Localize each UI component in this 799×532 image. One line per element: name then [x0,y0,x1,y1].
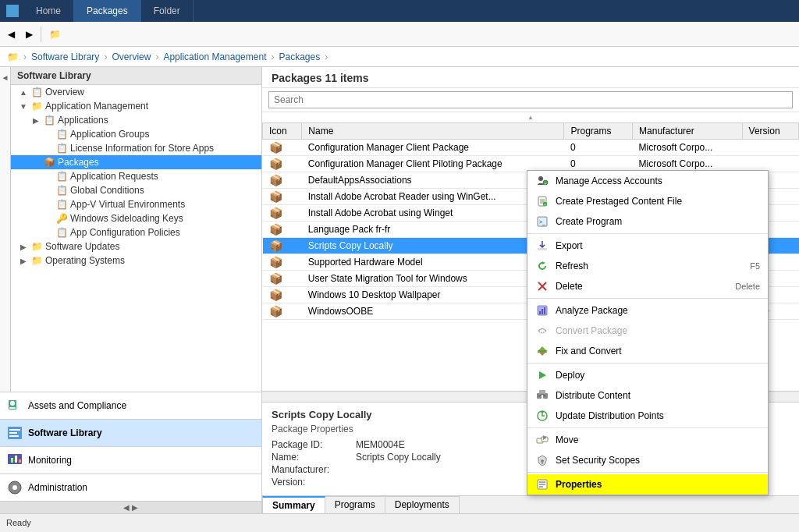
table-row[interactable]: 📦 Configuration Manager Client Package 0… [263,140,799,156]
convert-icon [535,324,549,338]
breadcrumb-software-library[interactable]: Software Library [31,51,99,62]
context-menu-item-create-prestaged[interactable]: +Create Prestaged Content File [527,191,768,211]
context-menu-item-distribute[interactable]: Distribute Content [527,385,768,406]
tab-home[interactable]: Home [23,0,74,22]
tree-item-software-updates[interactable]: ▶ 📁 Software Updates [11,239,261,254]
context-menu-item-deploy[interactable]: Deploy [527,365,768,385]
col-manufacturer[interactable]: Manufacturer [633,123,743,140]
breadcrumb-app-management[interactable]: Application Management [163,51,266,62]
create-program-icon: >_ [535,215,549,229]
deploy-icon [535,368,549,382]
svg-rect-30 [542,309,543,314]
tree-label-packages: Packages [58,157,99,168]
context-menu-item-move[interactable]: Move [527,430,768,450]
tab-packages[interactable]: Packages [74,0,141,22]
breadcrumb-overview[interactable]: Overview [112,51,151,62]
nav-monitoring[interactable]: Monitoring [0,447,261,473]
svg-rect-29 [539,311,541,314]
detail-prop-label: Name: [272,452,350,463]
tab-folder[interactable]: Folder [141,0,194,22]
col-version[interactable]: Version [742,123,798,140]
svg-point-1 [10,401,15,406]
context-menu-item-create-program[interactable]: >_Create Program [527,211,768,232]
fix-convert-icon [535,344,549,358]
tree-item-operating-systems[interactable]: ▶ 📁 Operating Systems [11,254,261,268]
nav-software-library-label: Software Library [28,427,102,438]
cell-name: Install Adobe Acrobat using Winget [302,205,564,222]
forward-button[interactable]: ▶ [21,26,37,43]
nav-administration[interactable]: Administration [0,474,261,501]
svg-point-12 [12,485,17,490]
context-menu-label-fix-convert: Fix and Convert [556,346,622,356]
collapse-button[interactable]: ◄ [0,67,11,392]
tab-deployments[interactable]: Deployments [385,496,460,513]
context-menu-item-delete[interactable]: DeleteDelete [527,276,768,296]
address-sep-4: › [271,51,274,62]
tab-summary[interactable]: Summary [262,496,325,513]
cell-manufacturer: Microsoft Corpo... [633,140,743,156]
col-icon[interactable]: Icon [263,123,302,140]
tree-item-applications[interactable]: ▶ 📋 Applications [11,113,261,127]
tree-label-global: Global Conditions [70,185,144,196]
cell-icon: 📦 [263,254,302,271]
context-menu-item-security-scopes[interactable]: Set Security Scopes [527,450,768,470]
context-menu-item-manage-access[interactable]: +Manage Access Accounts [527,171,768,191]
address-folder-icon: 📁 [6,51,19,63]
cell-name: Supported Hardware Model [302,254,564,271]
nav-software-library[interactable]: Software Library [0,420,261,446]
title-bar: Home Packages Folder [0,0,799,22]
col-name[interactable]: Name [302,123,564,140]
breadcrumb-packages[interactable]: Packages [279,51,320,62]
tree-item-license-info[interactable]: 📋 License Information for Store Apps [11,141,261,155]
context-menu-item-export[interactable]: Export [527,236,768,256]
left-panel-header: Software Library [11,67,261,85]
security-scopes-icon [535,453,549,467]
back-button[interactable]: ◀ [3,26,20,43]
col-programs[interactable]: Programs [564,123,633,140]
tab-programs[interactable]: Programs [325,496,385,513]
app-requests-icon: 📋 [55,171,69,182]
nav-assets[interactable]: Assets and Compliance [0,392,261,419]
tree-item-overview[interactable]: ▲ 📋 Overview [11,85,261,99]
svg-marker-35 [539,371,546,379]
context-menu-label-export: Export [556,240,583,251]
tree-item-packages[interactable]: 📦 Packages [11,155,261,169]
context-menu-item-refresh[interactable]: RefreshF5 [527,256,768,276]
cell-icon: 📦 [263,172,302,189]
toolbar-separator [41,27,41,42]
svg-rect-6 [9,435,19,437]
context-menu-item-fix-convert[interactable]: Fix and Convert [527,341,768,361]
context-menu-separator [527,233,768,234]
context-menu-item-analyze[interactable]: Analyze Package [527,300,768,321]
svg-text:+: + [544,202,546,207]
nav-section-administration: Administration [0,473,261,501]
tree-label-app-config: App Configuration Policies [70,227,180,238]
search-input[interactable] [268,91,793,108]
tree-label-sideloading: Windows Sideloading Keys [70,213,183,224]
context-menu-item-update-dist[interactable]: Update Distribution Points [527,406,768,426]
cell-icon: 📦 [263,222,302,238]
tree-label-overview: Overview [45,87,84,98]
tree-label-app-groups: Application Groups [70,129,149,140]
tree-item-global-conditions[interactable]: 📋 Global Conditions [11,183,261,197]
context-menu-label-delete: Delete [556,281,583,292]
context-menu-label-refresh: Refresh [556,261,588,271]
cell-icon: 📦 [263,156,302,172]
tree-item-app-management[interactable]: ▼ 📁 Application Management [11,99,261,113]
analyze-icon [535,303,549,317]
context-menu-label-create-program: Create Program [556,216,622,227]
context-menu-item-properties[interactable]: Properties [527,474,768,495]
cell-name: Language Pack fr-fr [302,222,564,238]
create-prestaged-icon: + [535,194,549,208]
tree-item-app-config[interactable]: 📋 App Configuration Policies [11,225,261,239]
folder-button[interactable]: 📁 [44,26,66,43]
cell-name: Windows 10 Desktop Wallpaper [302,287,564,303]
svg-text:+: + [545,181,547,186]
packages-header: Packages 11 items [262,67,799,88]
context-menu: +Manage Access Accounts+Create Prestaged… [527,170,769,495]
tree-item-app-requests[interactable]: 📋 Application Requests [11,169,261,183]
tree-item-appv[interactable]: 📋 App-V Virtual Environments [11,197,261,211]
tree-item-app-groups[interactable]: 📋 Application Groups [11,127,261,141]
refresh-icon [535,259,549,273]
tree-item-sideloading[interactable]: 🔑 Windows Sideloading Keys [11,211,261,225]
